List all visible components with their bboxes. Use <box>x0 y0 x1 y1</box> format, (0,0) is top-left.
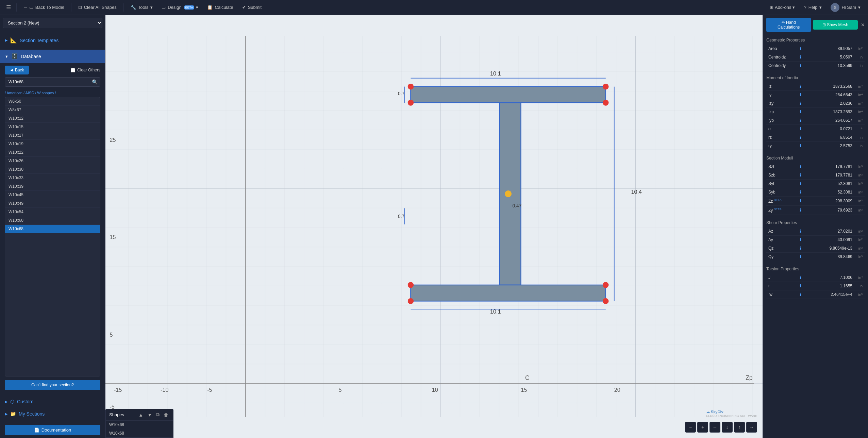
shape-list-item[interactable]: W10x15 <box>5 123 100 131</box>
property-info-icon[interactable]: ℹ <box>797 227 804 236</box>
cant-find-button[interactable]: Can't find your section? <box>5 380 100 390</box>
custom-section[interactable]: ▶ ⬡ Custom <box>5 395 100 408</box>
my-sections-section[interactable]: ▶ 📁 My Sections <box>5 408 100 420</box>
back-icon: ← ▭ <box>23 5 33 10</box>
property-value: 179.7781 <box>804 163 854 171</box>
shape-list-item[interactable]: W10x54 <box>5 208 100 216</box>
hand-calculations-button[interactable]: ✏ Hand Calculations <box>766 18 811 32</box>
pan-up-button[interactable]: ↑ <box>734 422 745 433</box>
documentation-button[interactable]: 📄 Documentation <box>5 425 100 435</box>
shape-list-item[interactable]: W8x67 <box>5 106 100 114</box>
shape-list-item[interactable]: W10x12 <box>5 114 100 123</box>
show-mesh-button[interactable]: ⊞ Show Mesh <box>813 20 857 30</box>
property-row: Azℹ27.0201in² <box>766 227 865 236</box>
shape-list-item[interactable]: W10x60 <box>5 216 100 225</box>
property-info-icon[interactable]: ℹ <box>797 82 804 91</box>
shape-list-item[interactable]: W10x17 <box>5 131 100 140</box>
property-row: Ayℹ43.0091in² <box>766 236 865 244</box>
property-value: 1.1655 <box>804 282 854 290</box>
calculate-icon: 📋 <box>207 5 213 10</box>
property-info-icon[interactable]: ℹ <box>797 125 804 133</box>
property-info-icon[interactable]: ℹ <box>797 282 804 290</box>
property-unit: in⁴ <box>854 273 865 282</box>
copy-button[interactable]: ⧉ <box>155 411 161 418</box>
calculate-button[interactable]: 📋 Calculate <box>204 3 236 12</box>
property-info-icon[interactable]: ℹ <box>797 188 804 197</box>
shape-list-item[interactable]: W10x49 <box>5 199 100 208</box>
property-info-icon[interactable]: ℹ <box>797 99 804 108</box>
property-info-icon[interactable]: ℹ <box>797 45 804 53</box>
property-info-icon[interactable]: ℹ <box>797 133 804 142</box>
property-label: Iw <box>766 290 797 299</box>
shapes-panel-actions: ▲ ▼ ⧉ 🗑 <box>137 411 170 418</box>
tools-button[interactable]: 🔧 Tools ▾ <box>127 3 156 12</box>
shape-list-item[interactable]: W10x39 <box>5 182 100 191</box>
design-button[interactable]: ▭ Design BETA ▾ <box>158 3 202 12</box>
shapes-panel-row[interactable]: W10x68 <box>106 421 173 429</box>
section-templates-header[interactable]: ▶ 📐 Section Templates <box>5 34 100 46</box>
pan-right-button[interactable]: → <box>746 422 757 433</box>
shape-list-item[interactable]: W10x45 <box>5 191 100 199</box>
property-info-icon[interactable]: ℹ <box>797 91 804 99</box>
database-header[interactable]: ▼ 🗄️ Database <box>0 50 105 63</box>
property-info-icon[interactable]: ℹ <box>797 180 804 188</box>
addons-button[interactable]: ⊞ Add-ons ▾ <box>766 3 798 12</box>
svg-text:-15: -15 <box>114 387 122 393</box>
property-info-icon[interactable]: ℹ <box>797 197 804 206</box>
close-right-panel-button[interactable]: × <box>861 21 865 29</box>
zoom-out-button[interactable]: − <box>685 422 696 433</box>
pan-down-button[interactable]: ↓ <box>722 422 733 433</box>
svg-text:Zp: Zp <box>746 374 752 381</box>
clear-others-checkbox[interactable] <box>71 68 75 72</box>
property-info-icon[interactable]: ℹ <box>797 253 804 261</box>
property-row: Sybℹ52.3081in³ <box>766 188 865 197</box>
hamburger-icon[interactable]: ☰ <box>4 2 13 13</box>
back-to-model-button[interactable]: ← ▭ Back To Model <box>20 3 68 12</box>
search-input[interactable] <box>5 77 100 87</box>
zoom-in-button[interactable]: + <box>697 422 708 433</box>
property-info-icon[interactable]: ℹ <box>797 244 804 253</box>
shape-list-item[interactable]: W10x26 <box>5 157 100 165</box>
design-chevron-icon: ▾ <box>196 5 198 10</box>
shapes-panel-row[interactable]: W10x68 <box>106 429 173 438</box>
user-button[interactable]: S Hi Sam ▾ <box>827 1 864 14</box>
property-info-icon[interactable]: ℹ <box>797 290 804 299</box>
property-label: Iy <box>766 91 797 99</box>
property-info-icon[interactable]: ℹ <box>797 116 804 125</box>
clear-others-label[interactable]: Clear Others <box>71 68 100 72</box>
back-button[interactable]: ◄ Back <box>5 66 29 74</box>
canvas-area[interactable]: Zp C 25 15 5 -5 -15 -10 -5 5 10 15 20 <box>105 15 763 438</box>
property-value: 5.0597 <box>804 53 854 62</box>
property-info-icon[interactable]: ℹ <box>797 142 804 150</box>
shape-list-item[interactable]: W10x68 <box>5 225 100 233</box>
submit-button[interactable]: ✔ Submit <box>239 3 265 12</box>
property-info-icon[interactable]: ℹ <box>797 273 804 282</box>
section-select[interactable]: Section 2 (New) <box>3 18 102 28</box>
pan-left-button[interactable]: ← <box>710 422 720 433</box>
property-unit: in³ <box>854 163 865 171</box>
help-button[interactable]: ? Help ▾ <box>800 3 825 12</box>
clear-all-shapes-button[interactable]: ⊡ Clear All Shapes <box>75 3 120 12</box>
property-info-icon[interactable]: ℹ <box>797 163 804 171</box>
property-info-icon[interactable]: ℹ <box>797 62 804 70</box>
shape-list-item[interactable]: W10x22 <box>5 148 100 157</box>
property-info-icon[interactable]: ℹ <box>797 236 804 244</box>
property-label: Area <box>766 45 797 53</box>
shape-list-item[interactable]: W10x33 <box>5 174 100 182</box>
back-btn-icon: ◄ <box>10 68 14 72</box>
property-row: Izℹ1873.2568in⁴ <box>766 82 865 91</box>
property-value: 10.3599 <box>804 62 854 70</box>
svg-point-29 <box>505 190 512 197</box>
property-info-icon[interactable]: ℹ <box>797 206 804 215</box>
property-info-icon[interactable]: ℹ <box>797 171 804 180</box>
section-templates-section: ▶ 📐 Section Templates <box>0 31 105 50</box>
shape-list-item[interactable]: W10x19 <box>5 140 100 148</box>
shape-list-item[interactable]: W10x30 <box>5 165 100 174</box>
move-down-button[interactable]: ▼ <box>146 411 153 418</box>
move-up-button[interactable]: ▲ <box>137 411 145 418</box>
property-info-icon[interactable]: ℹ <box>797 53 804 62</box>
property-info-icon[interactable]: ℹ <box>797 108 804 116</box>
property-row: Sztℹ179.7781in³ <box>766 163 865 171</box>
delete-button[interactable]: 🗑 <box>162 411 170 418</box>
shape-list-item[interactable]: W6x50 <box>5 97 100 106</box>
